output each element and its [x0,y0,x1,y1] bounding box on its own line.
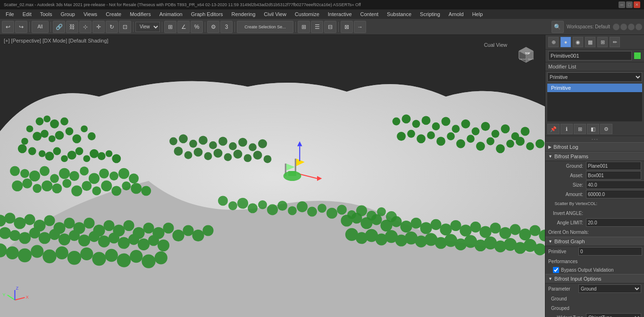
bifrost-log-header[interactable]: ▶ Bifrost Log [545,142,644,152]
toolbar-separator-5 [205,22,205,32]
ground-label: Ground: [548,163,586,169]
maximize-button[interactable]: □ [626,1,633,8]
toolbar-btn-10[interactable]: → [354,21,366,33]
svg-point-21 [88,132,96,140]
angle-snap-button[interactable]: ∠ [177,21,190,33]
menu-item-group[interactable]: Group [57,10,79,18]
svg-point-12 [60,118,68,126]
toolbar-select-button[interactable]: ⊹ [79,21,92,33]
viewcube[interactable]: TOP FRONT RIGHT [512,40,540,68]
menu-item-create[interactable]: Create [102,10,125,18]
graph-primitive-input[interactable] [578,247,642,256]
circle-btn-2[interactable] [620,24,627,30]
panel-icon-row: ⊕ ● ◉ ▦ ⊞ ✏ [545,35,644,50]
amount-input[interactable] [586,190,644,198]
minimize-button[interactable]: ─ [619,1,625,8]
bifrost-graph-header[interactable]: ▼ Bifrost Graph [545,237,644,246]
toolbar-separator-6 [234,22,235,32]
object-name-input[interactable] [548,51,632,60]
svg-point-43 [89,173,100,184]
menu-item-graph editors[interactable]: Graph Editors [187,10,227,18]
parameter-row: Parameter Ground [545,283,644,294]
snap-button[interactable]: ⊞ [164,21,176,33]
modifier-info-icon[interactable]: ℹ [560,124,573,134]
asset-param-row: Asset: Box001 [545,171,644,180]
menu-item-civil view[interactable]: Civil View [260,10,290,18]
menu-item-rendering[interactable]: Rendering [228,10,259,18]
modifier-camera-icon[interactable]: ◧ [587,124,599,134]
bifrost-input-header[interactable]: ▼ Bifrost Input Options [545,274,644,283]
search-button[interactable]: 🔍 [552,21,564,33]
undo-button[interactable]: ↩ [2,21,14,33]
svg-point-147 [248,203,258,213]
create-sel-button[interactable]: Create Selection Se... [237,21,293,33]
titlebar: Scatter_02.max - Autodesk 3ds Max 2021 p… [0,0,644,9]
object-color-swatch[interactable] [634,52,641,60]
select-all-button[interactable]: All [32,21,49,33]
panel-display-icon[interactable]: ⊞ [597,37,608,47]
menu-item-views[interactable]: Views [80,10,101,18]
modifier-dropdown[interactable]: Primitive [547,72,642,82]
menu-item-interactive[interactable]: Interactive [324,10,356,18]
render-setup-button[interactable]: ⚙ [207,21,219,33]
toolbar-separator-2 [50,22,51,32]
menu-item-scripting[interactable]: Scripting [416,10,444,18]
circle-btn-4[interactable] [636,24,642,30]
bypass-checkbox[interactable] [553,267,559,273]
toolbar-scale-button[interactable]: ⊡ [119,21,131,33]
svg-point-148 [258,200,267,209]
svg-point-65 [422,116,431,125]
redo-button[interactable]: ↪ [15,21,27,33]
toolbar-rotate-button[interactable]: ↻ [106,21,118,33]
menu-item-file[interactable]: File [2,10,18,18]
menu-item-edit[interactable]: Edit [19,10,35,18]
angle-limit-input[interactable] [586,218,644,227]
menu-item-animation[interactable]: Animation [156,10,186,18]
panel-modify-icon[interactable]: ● [560,37,571,47]
svg-point-80 [436,137,445,146]
circle-btn-1[interactable] [613,24,619,30]
percent-snap-button[interactable]: % [191,21,203,33]
view-select[interactable]: View [135,22,160,32]
toolbar-btn-8[interactable]: ⊟ [324,21,336,33]
toolbar-unlink-button[interactable]: ⛓ [66,21,78,33]
pin-icon[interactable]: 📌 [547,124,560,134]
panel-utilities-icon[interactable]: ✏ [610,37,620,47]
svg-point-71 [481,122,490,131]
toolbar-btn-6[interactable]: ⊞ [298,21,310,33]
menu-item-help[interactable]: Help [468,10,487,18]
menu-item-tools[interactable]: Tools [36,10,56,18]
circle-btn-3[interactable] [628,24,635,30]
svg-point-209 [229,142,237,150]
size-input[interactable] [586,180,644,189]
menu-item-content[interactable]: Content [357,10,383,18]
menu-item-arnold[interactable]: Arnold [445,10,468,18]
svg-text:TOP: TOP [525,52,530,55]
svg-point-94 [24,214,35,225]
panel-create-icon[interactable]: ⊕ [548,37,559,47]
toolbar-btn-9[interactable]: ⊠ [341,21,353,33]
toolbar-btn-5[interactable]: 3 [220,21,233,33]
toolbar-btn-7[interactable]: ☰ [311,21,323,33]
close-button[interactable]: ✕ [634,1,640,8]
bypass-row[interactable]: Bypass Output Validation [545,266,644,274]
viewport[interactable]: [+] [Perspective] [DX Mode] [Default Sha… [0,35,545,317]
widget-type-label: Widget Type [548,315,586,317]
toolbar-link-button[interactable]: 🔗 [53,21,65,33]
svg-point-111 [192,230,204,241]
panel-motion-icon[interactable]: ▦ [585,37,595,47]
svg-point-77 [407,130,415,138]
menu-item-customize[interactable]: Customize [291,10,323,18]
bifrost-params-header[interactable]: ▼ Bifrost Params [545,152,644,161]
svg-point-145 [228,201,237,210]
parameter-select[interactable]: Ground [578,284,641,293]
menu-item-substance[interactable]: Substance [383,10,415,18]
modifier-gear-icon[interactable]: ⚙ [600,124,612,134]
modifier-primitive[interactable]: Primitive [547,84,642,92]
widget-type-select[interactable]: ObjectType [586,313,641,317]
panel-hierarchy-icon[interactable]: ◉ [573,37,583,47]
modifier-channel-icon[interactable]: ⊞ [574,124,586,134]
menu-item-modifiers[interactable]: Modifiers [126,10,155,18]
svg-point-181 [529,225,540,236]
toolbar-move-button[interactable]: ✛ [92,21,105,33]
